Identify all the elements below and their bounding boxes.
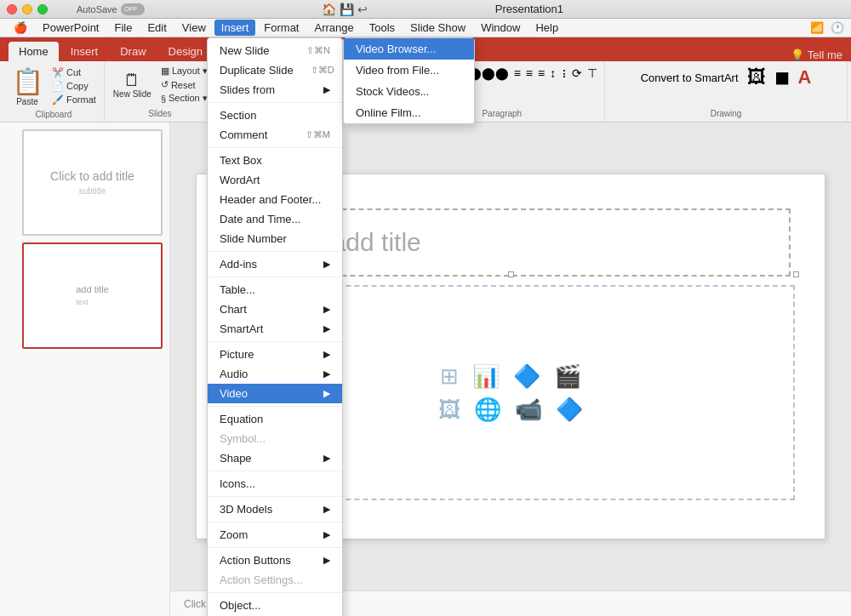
video-submenu: Video Browser... Video from File... Stoc… xyxy=(343,37,475,124)
menu-3d-models[interactable]: 3D Models ▶ xyxy=(208,499,342,519)
chevron-right-icon-5: ▶ xyxy=(323,349,330,360)
menu-shape[interactable]: Shape ▶ xyxy=(208,448,342,468)
menu-icons[interactable]: Icons... xyxy=(208,474,342,493)
menu-section-12: Object... Link... ⌘K xyxy=(208,593,342,616)
insert-menu: New Slide ⇧⌘N Duplicate Slide ⇧⌘D Slides… xyxy=(207,37,343,616)
menu-comment[interactable]: Comment ⇧⌘M xyxy=(208,125,342,145)
menu-section-1: New Slide ⇧⌘N Duplicate Slide ⇧⌘D Slides… xyxy=(208,38,342,103)
submenu-stock-videos[interactable]: Stock Videos... xyxy=(344,81,474,102)
menu-picture[interactable]: Picture ▶ xyxy=(208,345,342,364)
menu-slide-number[interactable]: Slide Number xyxy=(208,229,342,248)
menu-section-7: Equation Symbol... Shape ▶ xyxy=(208,407,342,471)
menu-wordart[interactable]: WordArt xyxy=(208,170,342,190)
chevron-right-icon-6: ▶ xyxy=(323,368,330,379)
menu-action-buttons[interactable]: Action Buttons ▶ xyxy=(208,550,342,570)
menu-video[interactable]: Video ▶ xyxy=(208,384,342,403)
menu-slides-from[interactable]: Slides from ▶ xyxy=(208,80,342,100)
menu-new-slide[interactable]: New Slide ⇧⌘N xyxy=(208,41,342,60)
chevron-right-icon-8: ▶ xyxy=(323,453,330,464)
menu-section-11: Action Buttons ▶ Action Settings... xyxy=(208,548,342,593)
menu-section-8: Icons... xyxy=(208,471,342,497)
menu-section-9: 3D Models ▶ xyxy=(208,497,342,522)
submenu-video-from-file[interactable]: Video from File... xyxy=(344,60,474,81)
menu-section[interactable]: Section xyxy=(208,106,342,125)
chevron-right-icon-9: ▶ xyxy=(323,504,330,515)
menu-header-footer[interactable]: Header and Footer... xyxy=(208,190,342,209)
menu-section-5: Table... Chart ▶ SmartArt ▶ xyxy=(208,277,342,342)
menu-section-6: Picture ▶ Audio ▶ Video ▶ xyxy=(208,342,342,407)
menu-section-4: Add-ins ▶ xyxy=(208,252,342,277)
menu-duplicate-slide[interactable]: Duplicate Slide ⇧⌘D xyxy=(208,60,342,80)
chevron-right-icon-11: ▶ xyxy=(323,555,330,566)
submenu-video-browser[interactable]: Video Browser... xyxy=(344,38,474,60)
chevron-right-icon-10: ▶ xyxy=(323,529,330,540)
menu-section-2: Section Comment ⇧⌘M xyxy=(208,103,342,148)
chevron-right-icon-4: ▶ xyxy=(323,323,330,334)
chevron-right-icon-7: ▶ xyxy=(323,388,330,399)
menu-table[interactable]: Table... xyxy=(208,280,342,299)
dropdown-overlay: New Slide ⇧⌘N Duplicate Slide ⇧⌘D Slides… xyxy=(0,0,851,616)
menu-symbol: Symbol... xyxy=(208,429,342,448)
submenu-online-film[interactable]: Online Film... xyxy=(344,102,474,123)
menu-equation[interactable]: Equation xyxy=(208,409,342,429)
menu-section-10: Zoom ▶ xyxy=(208,522,342,548)
chevron-right-icon-2: ▶ xyxy=(323,259,330,270)
menu-action-settings: Action Settings... xyxy=(208,570,342,590)
menu-audio[interactable]: Audio ▶ xyxy=(208,364,342,384)
chevron-right-icon-3: ▶ xyxy=(323,304,330,315)
menu-smartart[interactable]: SmartArt ▶ xyxy=(208,319,342,339)
menu-add-ins[interactable]: Add-ins ▶ xyxy=(208,254,342,274)
menu-text-box[interactable]: Text Box xyxy=(208,151,342,170)
chevron-right-icon: ▶ xyxy=(323,84,330,95)
menu-chart[interactable]: Chart ▶ xyxy=(208,299,342,319)
menu-object[interactable]: Object... xyxy=(208,596,342,615)
menu-zoom[interactable]: Zoom ▶ xyxy=(208,525,342,545)
menu-date-time[interactable]: Date and Time... xyxy=(208,209,342,229)
menu-section-3: Text Box WordArt Header and Footer... Da… xyxy=(208,148,342,252)
